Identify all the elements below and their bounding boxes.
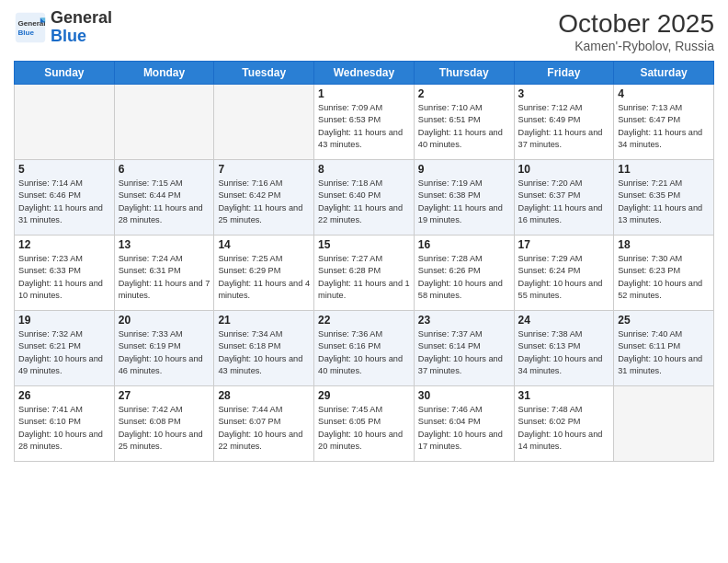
day-number: 3 (518, 87, 610, 100)
calendar-cell: 12Sunrise: 7:23 AMSunset: 6:33 PMDayligh… (15, 236, 115, 311)
day-number: 25 (618, 314, 710, 327)
day-info: Sunrise: 7:46 AMSunset: 6:04 PMDaylight:… (418, 404, 510, 453)
day-number: 19 (18, 314, 110, 327)
day-info: Sunrise: 7:44 AMSunset: 6:07 PMDaylight:… (218, 404, 310, 453)
calendar-cell: 3Sunrise: 7:12 AMSunset: 6:49 PMDaylight… (514, 85, 614, 160)
calendar-cell: 15Sunrise: 7:27 AMSunset: 6:28 PMDayligh… (314, 236, 415, 311)
day-number: 13 (119, 238, 210, 251)
day-number: 14 (218, 238, 310, 251)
day-info: Sunrise: 7:14 AMSunset: 6:46 PMDaylight:… (18, 178, 110, 226)
day-number: 27 (119, 389, 210, 402)
calendar-cell (15, 85, 115, 160)
weekday-header-friday: Friday (514, 62, 614, 85)
calendar-cell: 2Sunrise: 7:10 AMSunset: 6:51 PMDaylight… (414, 85, 514, 160)
day-number: 24 (518, 314, 610, 327)
day-number: 9 (418, 163, 510, 176)
day-info: Sunrise: 7:30 AMSunset: 6:23 PMDaylight:… (618, 253, 710, 302)
day-number: 2 (418, 87, 510, 100)
month-title: October 2025 (558, 9, 714, 39)
calendar-cell: 20Sunrise: 7:33 AMSunset: 6:19 PMDayligh… (114, 311, 214, 386)
day-number: 22 (318, 314, 410, 327)
day-info: Sunrise: 7:21 AMSunset: 6:35 PMDaylight:… (618, 178, 710, 226)
day-number: 31 (518, 389, 610, 402)
day-info: Sunrise: 7:32 AMSunset: 6:21 PMDaylight:… (18, 328, 110, 377)
calendar-cell: 13Sunrise: 7:24 AMSunset: 6:31 PMDayligh… (114, 236, 214, 311)
day-info: Sunrise: 7:45 AMSunset: 6:05 PMDaylight:… (318, 404, 410, 453)
calendar-cell: 17Sunrise: 7:29 AMSunset: 6:24 PMDayligh… (514, 236, 614, 311)
calendar-cell: 9Sunrise: 7:19 AMSunset: 6:38 PMDaylight… (414, 160, 514, 236)
calendar-week-3: 12Sunrise: 7:23 AMSunset: 6:33 PMDayligh… (15, 236, 714, 311)
logo-text: General Blue (51, 9, 112, 46)
day-number: 16 (418, 238, 510, 251)
day-number: 1 (318, 87, 410, 100)
day-info: Sunrise: 7:12 AMSunset: 6:49 PMDaylight:… (518, 102, 610, 151)
day-number: 28 (218, 389, 310, 402)
day-info: Sunrise: 7:25 AMSunset: 6:29 PMDaylight:… (218, 253, 310, 302)
day-number: 6 (119, 163, 210, 176)
header: General Blue General Blue October 2025 K… (14, 9, 714, 53)
logo-icon: General Blue (14, 11, 47, 44)
calendar-cell: 4Sunrise: 7:13 AMSunset: 6:47 PMDaylight… (614, 85, 714, 160)
calendar-week-2: 5Sunrise: 7:14 AMSunset: 6:46 PMDaylight… (15, 160, 714, 236)
calendar-cell: 25Sunrise: 7:40 AMSunset: 6:11 PMDayligh… (614, 311, 714, 386)
day-number: 10 (518, 163, 610, 176)
weekday-header-saturday: Saturday (614, 62, 714, 85)
calendar-cell: 6Sunrise: 7:15 AMSunset: 6:44 PMDaylight… (114, 160, 214, 236)
logo: General Blue General Blue (14, 9, 112, 46)
day-number: 8 (318, 163, 410, 176)
calendar-week-1: 1Sunrise: 7:09 AMSunset: 6:53 PMDaylight… (15, 85, 714, 160)
calendar-table: SundayMondayTuesdayWednesdayThursdayFrid… (14, 61, 714, 462)
calendar-cell: 1Sunrise: 7:09 AMSunset: 6:53 PMDaylight… (314, 85, 415, 160)
calendar-cell (214, 85, 314, 160)
weekday-header-sunday: Sunday (15, 62, 115, 85)
day-info: Sunrise: 7:33 AMSunset: 6:19 PMDaylight:… (119, 328, 210, 377)
day-info: Sunrise: 7:48 AMSunset: 6:02 PMDaylight:… (518, 404, 610, 453)
day-number: 30 (418, 389, 510, 402)
title-area: October 2025 Kamen'-Rybolov, Russia (558, 9, 714, 53)
weekday-header-thursday: Thursday (414, 62, 514, 85)
calendar-week-5: 26Sunrise: 7:41 AMSunset: 6:10 PMDayligh… (15, 386, 714, 462)
calendar-cell: 10Sunrise: 7:20 AMSunset: 6:37 PMDayligh… (514, 160, 614, 236)
calendar-cell: 26Sunrise: 7:41 AMSunset: 6:10 PMDayligh… (15, 386, 115, 462)
calendar-cell: 16Sunrise: 7:28 AMSunset: 6:26 PMDayligh… (414, 236, 514, 311)
calendar-cell: 21Sunrise: 7:34 AMSunset: 6:18 PMDayligh… (214, 311, 314, 386)
svg-text:Blue: Blue (18, 29, 35, 37)
calendar-cell (114, 85, 214, 160)
calendar-cell: 24Sunrise: 7:38 AMSunset: 6:13 PMDayligh… (514, 311, 614, 386)
day-info: Sunrise: 7:28 AMSunset: 6:26 PMDaylight:… (418, 253, 510, 302)
day-info: Sunrise: 7:16 AMSunset: 6:42 PMDaylight:… (218, 178, 310, 226)
calendar-cell: 14Sunrise: 7:25 AMSunset: 6:29 PMDayligh… (214, 236, 314, 311)
day-number: 26 (18, 389, 110, 402)
calendar-cell: 27Sunrise: 7:42 AMSunset: 6:08 PMDayligh… (114, 386, 214, 462)
day-info: Sunrise: 7:36 AMSunset: 6:16 PMDaylight:… (318, 328, 410, 377)
day-number: 7 (218, 163, 310, 176)
day-info: Sunrise: 7:37 AMSunset: 6:14 PMDaylight:… (418, 328, 510, 377)
day-number: 15 (318, 238, 410, 251)
day-info: Sunrise: 7:15 AMSunset: 6:44 PMDaylight:… (119, 178, 210, 226)
calendar-cell: 11Sunrise: 7:21 AMSunset: 6:35 PMDayligh… (614, 160, 714, 236)
day-info: Sunrise: 7:18 AMSunset: 6:40 PMDaylight:… (318, 178, 410, 226)
location-subtitle: Kamen'-Rybolov, Russia (558, 39, 714, 53)
calendar-cell: 18Sunrise: 7:30 AMSunset: 6:23 PMDayligh… (614, 236, 714, 311)
day-number: 5 (18, 163, 110, 176)
day-info: Sunrise: 7:20 AMSunset: 6:37 PMDaylight:… (518, 178, 610, 226)
logo-blue: Blue (51, 27, 86, 45)
day-info: Sunrise: 7:34 AMSunset: 6:18 PMDaylight:… (218, 328, 310, 377)
day-info: Sunrise: 7:38 AMSunset: 6:13 PMDaylight:… (518, 328, 610, 377)
weekday-header-row: SundayMondayTuesdayWednesdayThursdayFrid… (15, 62, 714, 85)
calendar-cell: 29Sunrise: 7:45 AMSunset: 6:05 PMDayligh… (314, 386, 415, 462)
calendar-cell: 8Sunrise: 7:18 AMSunset: 6:40 PMDaylight… (314, 160, 415, 236)
calendar-cell: 19Sunrise: 7:32 AMSunset: 6:21 PMDayligh… (15, 311, 115, 386)
calendar-cell: 31Sunrise: 7:48 AMSunset: 6:02 PMDayligh… (514, 386, 614, 462)
calendar-cell: 5Sunrise: 7:14 AMSunset: 6:46 PMDaylight… (15, 160, 115, 236)
calendar-cell: 7Sunrise: 7:16 AMSunset: 6:42 PMDaylight… (214, 160, 314, 236)
day-number: 20 (119, 314, 210, 327)
day-info: Sunrise: 7:24 AMSunset: 6:31 PMDaylight:… (119, 253, 210, 302)
day-number: 12 (18, 238, 110, 251)
day-info: Sunrise: 7:29 AMSunset: 6:24 PMDaylight:… (518, 253, 610, 302)
calendar-cell: 22Sunrise: 7:36 AMSunset: 6:16 PMDayligh… (314, 311, 415, 386)
logo-general: General (51, 8, 112, 27)
day-number: 11 (618, 163, 710, 176)
calendar-cell: 23Sunrise: 7:37 AMSunset: 6:14 PMDayligh… (414, 311, 514, 386)
day-info: Sunrise: 7:19 AMSunset: 6:38 PMDaylight:… (418, 178, 510, 226)
